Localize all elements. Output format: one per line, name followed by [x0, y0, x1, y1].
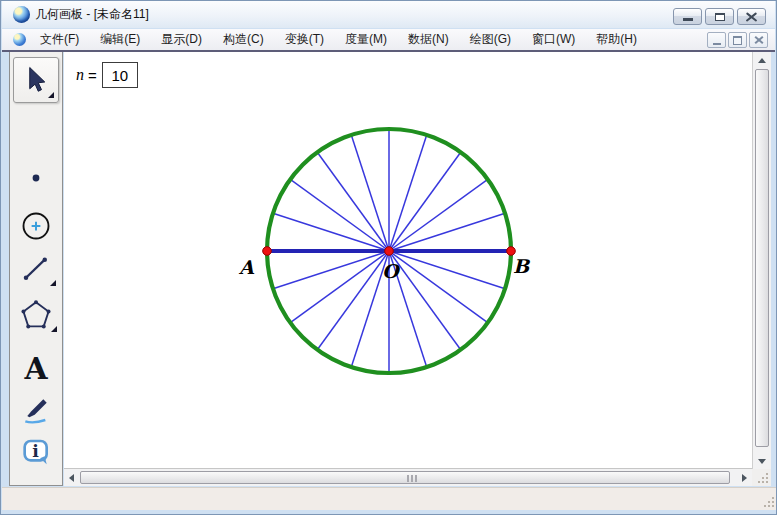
compass-tool[interactable]: [10, 211, 62, 241]
radius-spoke[interactable]: [290, 179, 389, 251]
menu-item-edit[interactable]: 编辑(E): [93, 28, 147, 51]
radius-spoke[interactable]: [317, 251, 389, 350]
maximize-icon: [715, 13, 725, 21]
circle-icon: [21, 211, 51, 241]
selection-arrow-tool[interactable]: [13, 57, 59, 103]
window-title: 几何画板 - [未命名11]: [35, 1, 149, 28]
arrow-down-icon: [758, 459, 766, 464]
label-B: B: [513, 255, 531, 277]
vertical-scrollbar[interactable]: [752, 52, 771, 469]
radius-spoke[interactable]: [389, 135, 427, 251]
document-minimize-button[interactable]: [707, 32, 726, 48]
arrow-left-icon: [69, 474, 74, 482]
svg-text:i: i: [32, 441, 39, 461]
information-icon: i: [20, 437, 52, 469]
minimize-icon: [683, 18, 693, 21]
tool-palette: A i: [9, 52, 63, 486]
close-button[interactable]: [737, 8, 766, 25]
menu-item-construct[interactable]: 构造(C): [216, 28, 271, 51]
point-tool[interactable]: [10, 166, 62, 190]
sketch-canvas[interactable]: n = 10 AOB: [64, 52, 752, 469]
straightedge-tool[interactable]: [10, 254, 62, 284]
horizontal-scroll-thumb[interactable]: [80, 471, 730, 484]
point-A[interactable]: [263, 247, 272, 256]
radius-spoke[interactable]: [273, 251, 389, 289]
scroll-down-button[interactable]: [753, 453, 771, 469]
radius-spoke[interactable]: [389, 213, 505, 251]
menu-item-window[interactable]: 窗口(W): [525, 28, 582, 51]
radius-spoke[interactable]: [389, 251, 505, 289]
vertical-scroll-thumb[interactable]: [755, 69, 769, 447]
minimize-button[interactable]: [673, 8, 702, 25]
tool-flyout-icon: [48, 92, 54, 98]
close-icon: [746, 12, 757, 21]
arrow-right-icon: [742, 474, 747, 482]
text-tool[interactable]: A: [10, 352, 62, 386]
scrollbar-corner: [752, 469, 771, 486]
menu-item-measure[interactable]: 度量(M): [338, 28, 394, 51]
document-restore-button[interactable]: [728, 32, 747, 48]
polygon-icon: [20, 298, 52, 330]
polygon-tool[interactable]: [10, 298, 62, 330]
radius-spoke[interactable]: [351, 135, 389, 251]
document-restore-icon: [733, 36, 742, 45]
radius-spoke[interactable]: [317, 152, 389, 251]
app-logo-icon: [13, 6, 30, 23]
text-tool-icon: A: [19, 352, 53, 386]
document-minimize-icon: [713, 43, 721, 45]
resize-grip-icon: [766, 481, 768, 483]
marker-tool[interactable]: [10, 394, 62, 426]
menu-item-data[interactable]: 数据(N): [401, 28, 456, 51]
menu-item-file[interactable]: 文件(F): [33, 28, 86, 51]
arrow-up-icon: [758, 58, 766, 63]
radius-spoke[interactable]: [389, 251, 461, 350]
radius-spoke[interactable]: [290, 251, 389, 323]
svg-text:A: A: [23, 352, 48, 386]
point-icon: [24, 166, 48, 190]
title-bar: 几何画板 - [未命名11]: [2, 1, 775, 28]
status-bar: [2, 487, 777, 510]
label-A: A: [238, 256, 255, 278]
scroll-up-button[interactable]: [753, 52, 771, 68]
application-window: 几何画板 - [未命名11] 文件(F)编辑(E)显示(D)构造(C)变换(T)…: [0, 0, 777, 515]
selection-arrow-icon: [21, 65, 51, 95]
radius-spoke[interactable]: [273, 213, 389, 251]
radius-spoke[interactable]: [389, 251, 488, 323]
menu-item-graph[interactable]: 绘图(G): [463, 28, 518, 51]
menu-bar: 文件(F)编辑(E)显示(D)构造(C)变换(T)度量(M)数据(N)绘图(G)…: [2, 29, 775, 52]
tool-flyout-icon: [51, 326, 57, 332]
segment-icon: [21, 254, 51, 284]
horizontal-scrollbar[interactable]: [64, 469, 752, 486]
menu-item-transform[interactable]: 变换(T): [278, 28, 331, 51]
tool-flyout-icon: [50, 280, 56, 286]
geometry-figure: AOB: [64, 52, 752, 469]
document-close-button[interactable]: [749, 32, 768, 48]
marker-icon: [20, 394, 52, 426]
point-B[interactable]: [507, 247, 516, 256]
point-O[interactable]: [385, 247, 394, 256]
label-O: O: [382, 260, 401, 282]
information-tool[interactable]: i: [10, 437, 62, 469]
menu-item-help[interactable]: 帮助(H): [589, 28, 644, 51]
menu-item-display[interactable]: 显示(D): [154, 28, 209, 51]
resize-grip-icon[interactable]: [772, 505, 774, 507]
scroll-right-button[interactable]: [737, 469, 752, 486]
scroll-left-button[interactable]: [64, 469, 79, 486]
document-icon: [13, 33, 26, 46]
radius-spoke[interactable]: [389, 179, 488, 251]
document-close-icon: [754, 36, 763, 45]
radius-spoke[interactable]: [389, 152, 461, 251]
maximize-button[interactable]: [705, 8, 734, 25]
scroll-grip-icon: [407, 475, 409, 482]
